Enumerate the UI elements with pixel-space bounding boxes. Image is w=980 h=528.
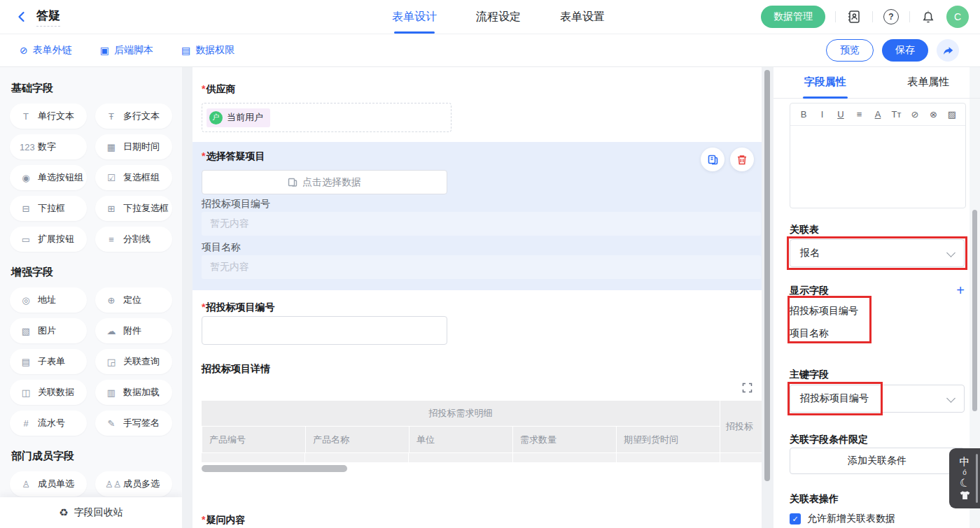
share-button[interactable] xyxy=(937,39,959,62)
header-tab[interactable]: 表单设置 xyxy=(560,0,605,34)
field-pill-icon: ⊟ xyxy=(20,204,32,214)
toolbar-link[interactable]: ▣ 后端脚本 xyxy=(100,44,153,57)
field-pill-label: 定位 xyxy=(123,294,141,306)
editor-tool[interactable]: A xyxy=(873,109,883,120)
pick-data-button[interactable]: 点击选择数据 xyxy=(202,170,447,194)
field-pill[interactable]: ◲ 关联查询 xyxy=(95,349,172,374)
field-pill[interactable]: 123 数字 xyxy=(10,134,87,159)
preview-button[interactable]: 预览 xyxy=(826,39,874,62)
editor-tool[interactable]: ⊗ xyxy=(929,109,939,120)
field-pill-icon: ▧ xyxy=(20,326,32,336)
table-horizontal-scrollbar[interactable] xyxy=(202,465,347,472)
display-field-item[interactable]: 项目名称 xyxy=(790,322,858,344)
dark-mode-moon-icon[interactable]: ☾ xyxy=(958,476,971,490)
project-code-input[interactable] xyxy=(202,316,447,345)
field-pill-icon: ☑ xyxy=(105,173,118,183)
table-trailing-column: 招投标 xyxy=(720,401,762,452)
related-table-select[interactable]: 报名 xyxy=(790,239,965,267)
display-field-item[interactable]: 招投标项目编号 xyxy=(790,299,858,322)
editor-tool[interactable]: Tᴛ xyxy=(892,109,902,120)
field-pill[interactable]: ☁ 附件 xyxy=(95,318,172,343)
header-tabs: 表单设计流程设定表单设置 xyxy=(392,0,605,34)
field-pill[interactable]: Ŧ 多行文本 xyxy=(95,104,172,129)
panel-tab[interactable]: 表单属性 xyxy=(877,66,980,98)
primary-key-select[interactable]: 招投标项目编号 xyxy=(790,385,965,413)
toolbar-link[interactable]: ⊘ 表单外链 xyxy=(20,44,72,57)
editor-tool[interactable]: ≡ xyxy=(855,109,864,120)
field-pill[interactable]: ▧ 图片 xyxy=(10,318,87,343)
field-pill-label: 下拉框 xyxy=(38,202,65,215)
table-column-header: 需求数量 xyxy=(512,427,616,452)
add-condition-button[interactable]: 添加关联条件 xyxy=(790,448,965,474)
save-button[interactable]: 保存 xyxy=(882,39,928,62)
field-recycle-bin[interactable]: ♻ 字段回收站 xyxy=(0,497,182,528)
section-title-basic: 基础字段 xyxy=(11,82,172,95)
field-pill[interactable]: # 流水号 xyxy=(10,411,87,436)
field-pill-label: 关联查询 xyxy=(123,355,160,368)
field-pill[interactable]: ♙ 成员单选 xyxy=(10,471,87,497)
field-pill-label: 扩展按钮 xyxy=(38,233,74,245)
detail-table[interactable]: 招投标需求明细 产品编号产品名称单位需求数量期望到货时间 招投标 xyxy=(202,401,762,462)
header-tab[interactable]: 流程设定 xyxy=(476,0,521,34)
data-manage-button[interactable]: 数据管理 xyxy=(761,6,825,28)
user-avatar[interactable]: C xyxy=(946,6,969,28)
editor-tool[interactable]: B xyxy=(799,109,808,120)
header: 答疑 表单设计流程设定表单设置 数据管理 ? xyxy=(0,0,980,34)
field-pill[interactable]: ✎ 手写签名 xyxy=(95,411,172,436)
field-pill[interactable]: ▦ 日期时间 xyxy=(95,134,172,159)
allow-add-checkbox[interactable]: ✓ xyxy=(790,513,801,525)
canvas-vertical-scrollbar[interactable] xyxy=(764,70,770,481)
field-pill[interactable]: ♙♙ 成员多选 xyxy=(95,471,172,497)
add-display-field-icon[interactable]: + xyxy=(956,283,965,297)
delete-field-button[interactable] xyxy=(730,148,754,171)
supplier-member-field[interactable]: 户 当前用户 xyxy=(202,103,451,132)
field-pill-icon: 123 xyxy=(20,142,32,152)
editor-tool[interactable]: I xyxy=(818,109,827,120)
user-tag-icon: 户 xyxy=(209,111,223,124)
field-pill-icon: ◲ xyxy=(105,357,118,367)
current-user-tag[interactable]: 户 当前用户 xyxy=(206,108,270,127)
copy-field-button[interactable] xyxy=(701,148,724,171)
field-pill-icon: ◫ xyxy=(20,387,32,398)
pinyin-toggle-icon[interactable]: ó xyxy=(962,469,967,476)
panel-tabs: 字段属性表单属性 xyxy=(774,66,980,99)
field-pill-icon: ▥ xyxy=(105,387,118,398)
select-project-label: *选择答疑项目 xyxy=(202,150,265,163)
field-pill[interactable]: ◫ 关联数据 xyxy=(10,380,87,405)
field-pill[interactable]: ▭ 扩展按钮 xyxy=(10,227,87,252)
editor-tool[interactable]: U xyxy=(836,109,846,120)
back-button[interactable] xyxy=(15,10,28,23)
share-arrow-icon xyxy=(942,45,953,56)
field-pill[interactable]: ⊕ 定位 xyxy=(95,287,172,313)
field-pill-label: 下拉复选框 xyxy=(123,202,169,215)
theme-shirt-icon[interactable] xyxy=(959,490,971,501)
contact-book-icon[interactable] xyxy=(846,8,862,25)
header-tab[interactable]: 表单设计 xyxy=(392,0,437,34)
panel-tab[interactable]: 字段属性 xyxy=(774,66,877,98)
subfield-value: 暂无内容 xyxy=(202,212,761,236)
field-pill[interactable]: ≡ 分割线 xyxy=(95,227,172,252)
enhanced-fields: ◎ 地址 ⊕ 定位 ▧ 图片 ☁ 附件 xyxy=(10,287,172,436)
help-icon[interactable]: ? xyxy=(883,8,899,25)
field-pill[interactable]: ◎ 地址 xyxy=(10,287,87,313)
editor-body[interactable] xyxy=(790,126,965,208)
field-pill[interactable]: T 单行文本 xyxy=(10,104,87,129)
notification-bell-icon[interactable] xyxy=(920,8,937,25)
field-pill[interactable]: ⊟ 下拉框 xyxy=(10,196,87,221)
field-pill[interactable]: ☑ 复选框组 xyxy=(95,165,172,190)
panel-vertical-scrollbar[interactable] xyxy=(972,210,977,411)
field-pill[interactable]: ⊞ 下拉复选框 xyxy=(95,196,172,221)
table-column-header: 产品名称 xyxy=(305,427,409,452)
field-pill-icon: ♙ xyxy=(20,479,32,490)
editor-tool[interactable]: ⊘ xyxy=(910,109,920,120)
field-pill[interactable]: ◉ 单选按钮组 xyxy=(10,165,87,190)
language-toggle-icon[interactable]: 中 xyxy=(960,456,970,468)
field-pill[interactable]: ▤ 子表单 xyxy=(10,349,87,374)
supplier-field-label: *供应商 xyxy=(202,83,235,96)
editor-tool[interactable]: ▨ xyxy=(947,109,957,120)
field-pill[interactable]: ▥ 数据加载 xyxy=(95,380,172,405)
project-code-label: *招投标项目编号 xyxy=(202,301,274,314)
selected-field-section[interactable]: *选择答疑项目 xyxy=(192,142,762,290)
fullscreen-icon[interactable] xyxy=(742,383,752,393)
toolbar-link[interactable]: ▤ 数据权限 xyxy=(181,44,234,57)
